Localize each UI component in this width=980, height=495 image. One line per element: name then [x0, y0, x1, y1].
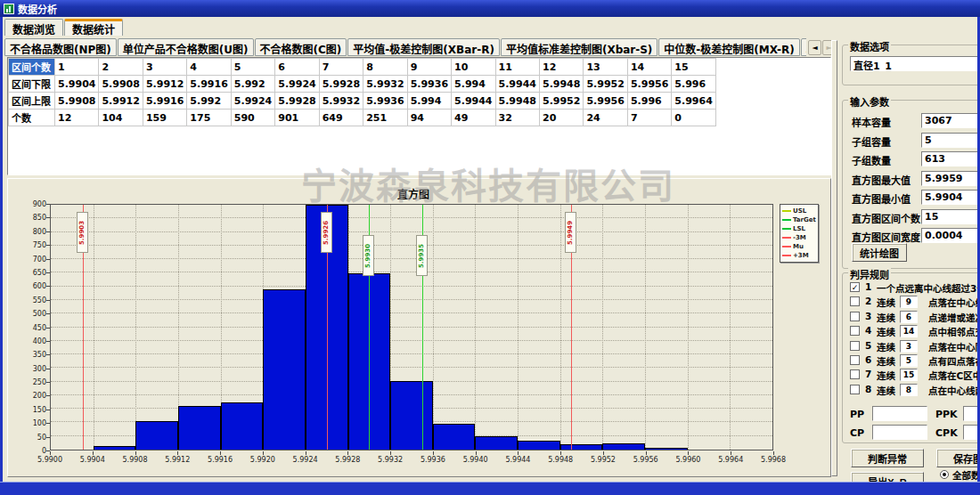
- cpk-field[interactable]: [963, 425, 977, 440]
- histogram-bar[interactable]: [135, 421, 178, 450]
- table-cell[interactable]: 94: [407, 110, 451, 126]
- table-cell[interactable]: 14: [627, 59, 671, 76]
- titlebar[interactable]: 数据分析: [0, 0, 980, 17]
- sample-size-field[interactable]: 3067: [921, 113, 977, 128]
- stats-plot-button[interactable]: 统计绘图: [852, 243, 907, 262]
- rule-6-count-field[interactable]: 5: [900, 354, 918, 367]
- table-cell[interactable]: 5.9916: [143, 93, 186, 110]
- table-cell[interactable]: 5.9904: [55, 76, 99, 93]
- hist-max-field[interactable]: 5.9959: [921, 171, 977, 186]
- histogram-plot[interactable]: 5.99035.99265.99305.99355.9949: [50, 204, 773, 450]
- histogram-bar[interactable]: [645, 448, 688, 450]
- rule-5-checkbox[interactable]: [850, 341, 860, 351]
- rule-8-checkbox[interactable]: [850, 385, 860, 394]
- subgroup-count-field[interactable]: 613: [921, 151, 977, 166]
- table-cell[interactable]: 6: [275, 59, 319, 76]
- rule-4-count-field[interactable]: 14: [900, 325, 918, 337]
- table-cell[interactable]: 5.9912: [99, 93, 143, 110]
- chart-tab-xbar-s[interactable]: 平均值标准差控制图(Xbar-S): [501, 38, 657, 56]
- chart-tab-np[interactable]: 不合格品数图(NP图): [4, 38, 117, 56]
- table-cell[interactable]: 175: [187, 110, 231, 126]
- rule-3-checkbox[interactable]: [850, 312, 860, 321]
- table-cell[interactable]: 8: [363, 59, 407, 76]
- export-xr-button[interactable]: 导出X_R: [851, 472, 924, 482]
- table-cell[interactable]: 0: [672, 110, 715, 126]
- table-cell[interactable]: 3: [143, 59, 186, 76]
- table-cell[interactable]: 12: [539, 59, 583, 76]
- table-cell[interactable]: 5.9944: [452, 93, 495, 110]
- table-cell[interactable]: 5.9916: [187, 76, 231, 93]
- table-cell[interactable]: 159: [143, 110, 186, 126]
- chart-tab-xbar-r[interactable]: 平均值-极差控制图(XBar-R): [347, 38, 500, 56]
- table-cell[interactable]: 4: [187, 59, 231, 76]
- hist-bin-count-field[interactable]: 15: [921, 209, 977, 224]
- pp-field[interactable]: [872, 406, 927, 421]
- table-cell[interactable]: 5.9948: [539, 76, 583, 93]
- table-cell[interactable]: 901: [275, 110, 319, 126]
- histogram-bar[interactable]: [560, 444, 603, 450]
- splitter[interactable]: [831, 40, 837, 476]
- table-cell[interactable]: 32: [495, 110, 539, 126]
- table-cell[interactable]: 649: [319, 110, 363, 126]
- table-cell[interactable]: 2: [99, 59, 143, 76]
- table-cell[interactable]: 5.9932: [319, 93, 363, 110]
- table-cell[interactable]: 5.9956: [584, 93, 627, 110]
- rule-7-checkbox[interactable]: [850, 369, 860, 379]
- table-cell[interactable]: 104: [99, 110, 143, 126]
- rule-4-checkbox[interactable]: [850, 326, 860, 336]
- table-cell[interactable]: 5.996: [672, 76, 715, 93]
- table-cell[interactable]: 49: [452, 110, 495, 126]
- tab-scroll-left-icon[interactable]: ◄: [808, 40, 821, 55]
- table-cell[interactable]: 7: [319, 59, 363, 76]
- subgroup-size-field[interactable]: 5: [921, 133, 977, 148]
- row-header-cell[interactable]: 区间上限: [9, 93, 55, 110]
- histogram-bar[interactable]: [518, 441, 560, 450]
- tab-data-statistics[interactable]: 数据统计: [64, 19, 123, 36]
- table-cell[interactable]: 9: [407, 59, 451, 76]
- histogram-bar[interactable]: [263, 289, 306, 450]
- rule-5-count-field[interactable]: 3: [900, 340, 918, 353]
- data-series-combobox[interactable]: 直径1_1: [850, 56, 977, 71]
- table-cell[interactable]: 5.9944: [495, 76, 539, 93]
- table-cell[interactable]: 5.9924: [275, 76, 319, 93]
- table-cell[interactable]: 5.9928: [275, 93, 319, 110]
- row-header-cell[interactable]: 个数: [9, 110, 55, 126]
- table-cell[interactable]: 5.9952: [539, 93, 583, 110]
- table-cell[interactable]: 5.9924: [231, 93, 274, 110]
- table-cell[interactable]: 5: [231, 59, 274, 76]
- table-cell[interactable]: 5.9912: [143, 76, 186, 93]
- table-cell[interactable]: 5.994: [407, 93, 451, 110]
- rule-2-count-field[interactable]: 9: [900, 296, 918, 308]
- table-cell[interactable]: 12: [55, 110, 99, 126]
- rule-2-checkbox[interactable]: [850, 296, 860, 306]
- histogram-bar[interactable]: [221, 402, 264, 450]
- table-cell[interactable]: 5.9908: [55, 93, 99, 110]
- chart-tab-x-mr[interactable]: 单值-移动极差控制图(X-MR): [801, 38, 806, 56]
- table-cell[interactable]: 5.992: [187, 93, 231, 110]
- chart-tab-u[interactable]: 单位产品不合格数图(U图): [118, 38, 254, 56]
- tab-data-browse[interactable]: 数据浏览: [4, 19, 63, 36]
- table-cell[interactable]: 5.9948: [495, 93, 539, 110]
- judge-abnormal-button[interactable]: 判断异常: [851, 449, 924, 467]
- table-cell[interactable]: 5.9936: [407, 76, 451, 93]
- histogram-bar[interactable]: [433, 424, 476, 450]
- rule-1-checkbox[interactable]: ✓: [850, 282, 860, 292]
- cp-field[interactable]: [872, 425, 927, 440]
- table-cell[interactable]: 5.994: [452, 76, 495, 93]
- table-cell[interactable]: 15: [672, 59, 715, 76]
- row-header-cell[interactable]: 区间下限: [9, 76, 55, 93]
- rule-3-count-field[interactable]: 6: [900, 311, 918, 323]
- radio-all-data[interactable]: [940, 470, 949, 479]
- histogram-bar[interactable]: [178, 406, 221, 450]
- hist-bin-width-field[interactable]: 0.0004: [921, 228, 977, 243]
- table-cell[interactable]: 5.992: [231, 76, 274, 93]
- rule-8-count-field[interactable]: 8: [900, 384, 918, 396]
- table-cell[interactable]: 13: [584, 59, 627, 76]
- ppk-field[interactable]: [963, 406, 977, 421]
- table-cell[interactable]: 5.9928: [319, 76, 363, 93]
- table-cell[interactable]: 20: [539, 110, 583, 126]
- rule-6-checkbox[interactable]: [850, 355, 860, 365]
- histogram-bar[interactable]: [475, 436, 518, 450]
- row-header-cell[interactable]: 区间个数: [9, 59, 55, 76]
- table-cell[interactable]: 251: [363, 110, 407, 126]
